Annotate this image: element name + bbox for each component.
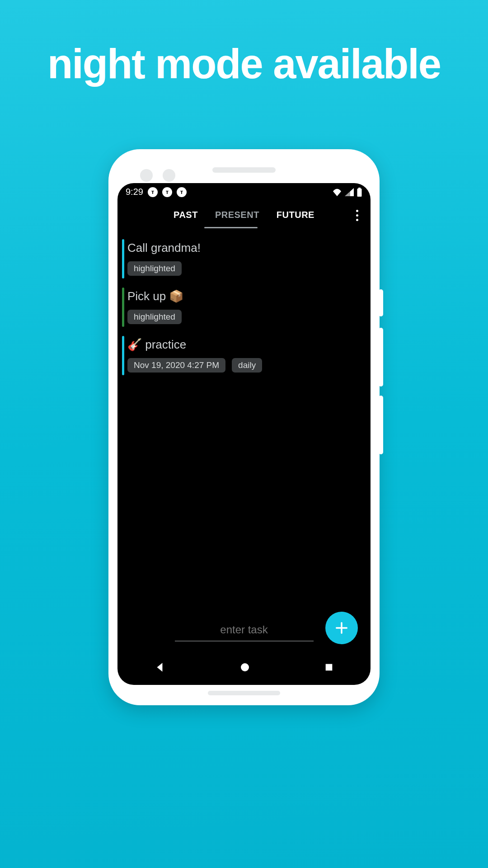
add-task-button[interactable]: [325, 612, 358, 644]
task-chip: highlighted: [127, 261, 182, 276]
task-stripe: [122, 239, 124, 278]
task-item[interactable]: Call grandma! highlighted: [117, 235, 371, 283]
phone-home-indicator: [208, 691, 280, 695]
task-title: Call grandma!: [127, 241, 362, 255]
promo-headline: night mode available: [0, 43, 488, 85]
task-title: Pick up 📦: [127, 289, 362, 303]
phone-camera: [140, 169, 153, 182]
task-chips: highlighted: [127, 261, 362, 276]
task-chip: daily: [232, 358, 262, 373]
svg-rect-1: [358, 188, 361, 189]
android-nav-bar: [117, 651, 371, 685]
input-row: [117, 621, 371, 642]
status-bar: 9:29 т т т: [117, 183, 371, 200]
phone-frame: 9:29 т т т PAST PRESENT FUTURE: [108, 149, 380, 705]
svg-rect-5: [325, 664, 332, 671]
task-chip: highlighted: [127, 310, 182, 324]
task-stripe: [122, 288, 124, 327]
task-chip: Nov 19, 2020 4:27 PM: [127, 358, 225, 373]
tab-bar: PAST PRESENT FUTURE: [117, 200, 371, 228]
tab-present[interactable]: PRESENT: [214, 208, 260, 228]
status-time: 9:29: [126, 187, 143, 197]
nav-recent-icon[interactable]: [324, 662, 334, 674]
task-chips: highlighted: [127, 310, 362, 324]
wifi-icon: [332, 188, 342, 196]
nav-back-icon[interactable]: [154, 661, 166, 675]
task-list: Call grandma! highlighted Pick up 📦 high…: [117, 228, 371, 380]
nav-home-icon[interactable]: [239, 662, 250, 675]
power-button-nub: [379, 289, 383, 316]
status-notif-icon: т: [148, 187, 158, 197]
signal-icon: [345, 188, 354, 196]
task-input[interactable]: [175, 621, 314, 642]
status-right: [332, 188, 362, 197]
task-stripe: [122, 336, 124, 375]
phone-sensor: [163, 169, 175, 182]
tab-underline: [204, 227, 258, 228]
tab-past[interactable]: PAST: [173, 208, 199, 228]
task-item[interactable]: Pick up 📦 highlighted: [117, 283, 371, 331]
status-notif-icon: т: [162, 187, 172, 197]
svg-point-4: [241, 663, 249, 671]
tab-future[interactable]: FUTURE: [276, 208, 315, 228]
volume-up-nub: [379, 328, 383, 387]
status-notif-icon: т: [177, 187, 187, 197]
status-left: 9:29 т т т: [126, 187, 187, 197]
phone-speaker: [212, 167, 276, 173]
svg-rect-0: [357, 189, 362, 197]
battery-icon: [357, 188, 362, 197]
overflow-menu-icon[interactable]: [352, 210, 362, 221]
volume-down-nub: [379, 396, 383, 454]
app-screen: 9:29 т т т PAST PRESENT FUTURE: [117, 183, 371, 685]
task-item[interactable]: 🎸 practice Nov 19, 2020 4:27 PM daily: [117, 331, 371, 380]
task-title: 🎸 practice: [127, 338, 362, 352]
task-chips: Nov 19, 2020 4:27 PM daily: [127, 358, 362, 373]
